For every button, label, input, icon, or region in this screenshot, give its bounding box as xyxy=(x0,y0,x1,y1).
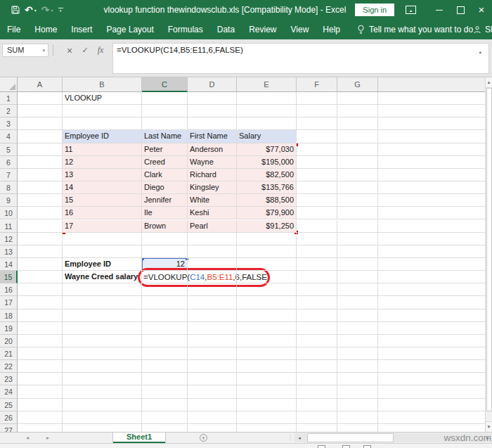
view-page-break-button[interactable] xyxy=(363,445,371,448)
cell-G8[interactable] xyxy=(337,181,378,194)
row-header-2[interactable]: 2 xyxy=(0,105,18,117)
cell-C24[interactable] xyxy=(142,385,188,398)
cell-F15[interactable] xyxy=(297,271,337,283)
minimize-button[interactable] xyxy=(429,0,450,20)
previous-sheet-icon[interactable]: ◂ xyxy=(26,433,29,443)
cell-G11[interactable] xyxy=(337,220,378,233)
formula-bar-input[interactable]: =VLOOKUP(C14,B5:E11,6,FALSE) ▴ xyxy=(112,43,489,74)
cell-C15[interactable] xyxy=(142,271,188,283)
cell-G24[interactable] xyxy=(337,385,378,398)
cell-D4[interactable]: First Name xyxy=(188,130,237,143)
tell-me-box[interactable]: Tell me what you want to do xyxy=(357,25,473,34)
cell-F12[interactable] xyxy=(297,233,337,245)
cell-A19[interactable] xyxy=(18,322,63,335)
cell-F19[interactable] xyxy=(297,322,337,335)
cell-B19[interactable] xyxy=(63,322,142,335)
cell-F27[interactable] xyxy=(297,424,337,432)
row-header-15[interactable]: 15 xyxy=(0,271,18,283)
cell-blank-26[interactable] xyxy=(378,411,485,424)
cell-F23[interactable] xyxy=(297,373,337,385)
cell-C6[interactable]: Creed xyxy=(142,156,188,169)
cell-blank-27[interactable] xyxy=(378,424,485,432)
cell-D27[interactable] xyxy=(188,424,237,432)
cell-A17[interactable] xyxy=(18,296,63,309)
cell-blank-25[interactable] xyxy=(378,399,485,411)
cell-blank-13[interactable] xyxy=(378,245,485,258)
cell-D24[interactable] xyxy=(188,385,237,398)
cell-blank-19[interactable] xyxy=(378,322,485,335)
column-header-C[interactable]: C xyxy=(142,77,188,92)
cell-A16[interactable] xyxy=(18,283,63,296)
cell-C3[interactable] xyxy=(142,117,188,130)
cell-B10[interactable]: 16 xyxy=(63,207,142,219)
row-header-19[interactable]: 19 xyxy=(0,322,18,335)
cell-G9[interactable] xyxy=(337,194,378,207)
cell-A26[interactable] xyxy=(18,411,63,424)
tab-file[interactable]: File xyxy=(0,20,27,39)
cell-D15[interactable] xyxy=(188,271,237,283)
insert-function-button[interactable]: fx xyxy=(93,45,108,56)
cell-F16[interactable] xyxy=(297,283,337,296)
cell-blank-15[interactable] xyxy=(378,271,485,283)
cell-F2[interactable] xyxy=(297,105,337,117)
cell-D7[interactable]: Richard xyxy=(188,169,237,181)
cell-A8[interactable] xyxy=(18,181,63,194)
cell-D6[interactable]: Wayne xyxy=(188,156,237,169)
cell-C18[interactable] xyxy=(142,309,188,322)
cell-blank-1[interactable] xyxy=(378,92,485,105)
row-header-1[interactable]: 1 xyxy=(0,92,18,105)
cell-A14[interactable] xyxy=(18,258,63,271)
cell-E16[interactable] xyxy=(237,283,297,296)
row-header-25[interactable]: 25 xyxy=(0,399,18,411)
cell-F3[interactable] xyxy=(297,117,337,130)
cell-A15[interactable] xyxy=(18,271,63,283)
row-header-22[interactable]: 22 xyxy=(0,360,18,373)
cell-C19[interactable] xyxy=(142,322,188,335)
select-all-corner[interactable] xyxy=(0,77,18,92)
cell-C7[interactable]: Clark xyxy=(142,169,188,181)
scroll-left-icon[interactable]: ◂ xyxy=(294,433,304,442)
cell-D19[interactable] xyxy=(188,322,237,335)
cell-D26[interactable] xyxy=(188,411,237,424)
cell-F14[interactable] xyxy=(297,258,337,271)
cell-B4[interactable]: Employee ID xyxy=(63,130,142,143)
cell-G4[interactable] xyxy=(337,130,378,143)
row-header-14[interactable]: 14 xyxy=(0,258,18,271)
cell-B7[interactable]: 13 xyxy=(63,169,142,181)
cell-E26[interactable] xyxy=(237,411,297,424)
cell-G12[interactable] xyxy=(337,233,378,245)
cell-B5[interactable]: 11 xyxy=(63,143,142,156)
tab-review[interactable]: Review xyxy=(242,20,283,39)
cell-F25[interactable] xyxy=(297,399,337,411)
cell-A1[interactable] xyxy=(18,92,63,105)
cell-F22[interactable] xyxy=(297,360,337,373)
cell-B16[interactable] xyxy=(63,283,142,296)
cell-A22[interactable] xyxy=(18,360,63,373)
cell-G20[interactable] xyxy=(337,335,378,347)
cell-B6[interactable]: 12 xyxy=(63,156,142,169)
cell-B24[interactable] xyxy=(63,385,142,398)
cell-B26[interactable] xyxy=(63,411,142,424)
enter-entry-button[interactable]: ✓ xyxy=(77,46,93,55)
cell-D1[interactable] xyxy=(188,92,237,105)
cell-E18[interactable] xyxy=(237,309,297,322)
cell-E14[interactable] xyxy=(237,258,297,271)
cell-G27[interactable] xyxy=(337,424,378,432)
cell-B12[interactable] xyxy=(63,233,142,245)
scroll-up-icon[interactable]: ▲ xyxy=(486,77,492,88)
cell-C25[interactable] xyxy=(142,399,188,411)
cell-blank-17[interactable] xyxy=(378,296,485,309)
cell-blank-23[interactable] xyxy=(378,373,485,385)
cell-G13[interactable] xyxy=(337,245,378,258)
customize-quick-access-toolbar-icon[interactable]: ▾ xyxy=(58,8,63,12)
cell-blank-2[interactable] xyxy=(378,105,485,117)
cell-E10[interactable]: $79,900 xyxy=(237,207,297,219)
cell-D11[interactable]: Pearl xyxy=(188,220,237,233)
cell-B9[interactable]: 15 xyxy=(63,194,142,207)
row-header-24[interactable]: 24 xyxy=(0,385,18,398)
cell-B20[interactable] xyxy=(63,335,142,347)
cell-C27[interactable] xyxy=(142,424,188,432)
cell-A5[interactable] xyxy=(18,143,63,156)
cell-blank-5[interactable] xyxy=(378,143,485,156)
cell-blank-22[interactable] xyxy=(378,360,485,373)
